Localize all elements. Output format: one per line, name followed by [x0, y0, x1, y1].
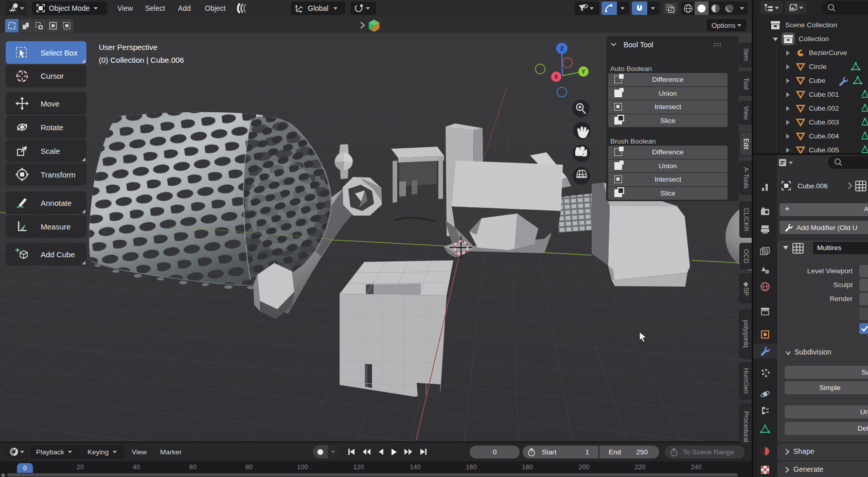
svg-text:(0) Collection | Cube.006: (0) Collection | Cube.006	[99, 56, 184, 64]
svg-text:Z: Z	[560, 45, 564, 51]
svg-text:User Perspective: User Perspective	[99, 43, 157, 51]
svg-text:Y: Y	[581, 68, 586, 75]
svg-text:X: X	[554, 74, 558, 80]
